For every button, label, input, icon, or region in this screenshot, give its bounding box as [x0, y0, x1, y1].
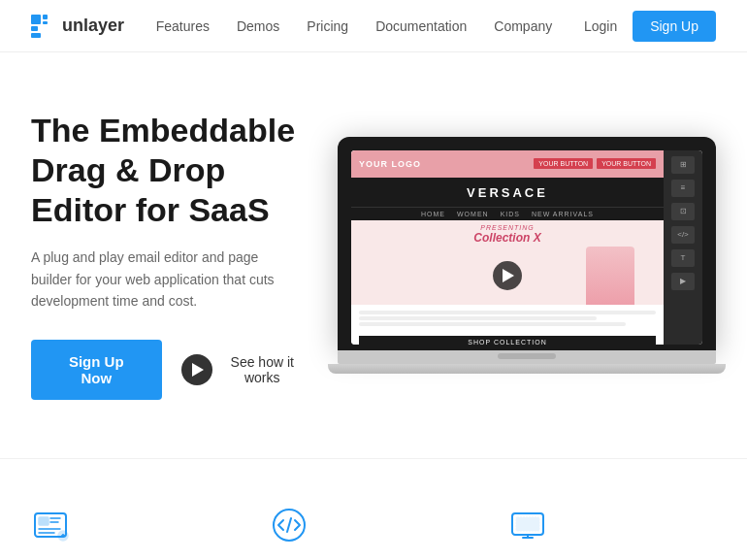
canvas-nav-new: NEW ARRIVALS — [532, 211, 594, 217]
canvas-brand-name: VERSACE — [467, 185, 548, 200]
compatible-icon — [508, 506, 716, 548]
laptop-hinge — [338, 350, 716, 364]
unlayer-logo-icon — [31, 15, 54, 38]
feature-compatible: Compatible with all clients Your content… — [508, 506, 716, 560]
canvas-nav: HOME WOMEN KIDS NEW ARRIVALS — [351, 207, 664, 220]
canvas-header: YOUR LOGO YOUR BUTTON YOUR BUTTON — [351, 150, 664, 178]
canvas-text-line-1 — [359, 311, 656, 314]
nav-pricing[interactable]: Pricing — [307, 18, 348, 34]
see-how-button[interactable]: See how it works — [181, 354, 303, 385]
brand-logo[interactable]: unlayer — [31, 15, 124, 38]
nav-links: Features Demos Pricing Documentation Com… — [156, 18, 553, 34]
toolbar-video-icon: ▶ — [671, 273, 695, 290]
canvas-play-triangle — [503, 269, 514, 282]
toolbar-image-icon: ⊡ — [671, 203, 695, 220]
canvas-nav-home: HOME — [421, 211, 445, 217]
canvas-nav-kids: KIDS — [501, 211, 520, 217]
laptop-base — [328, 364, 726, 374]
hero-subtitle: A plug and play email editor and page bu… — [31, 247, 303, 312]
developer-icon — [270, 506, 477, 548]
feature-template: Template management Templates are pre-bu… — [31, 506, 239, 560]
developer-friendly-icon — [270, 506, 309, 544]
canvas-brand: VERSACE — [351, 178, 664, 207]
canvas-text-line-3 — [359, 322, 626, 326]
canvas-presenting-text: PRESENTING — [351, 224, 664, 231]
svg-line-15 — [287, 518, 291, 532]
canvas-model-figure — [586, 247, 634, 305]
editor-mockup: YOUR LOGO YOUR BUTTON YOUR BUTTON VERSAC… — [351, 150, 702, 345]
signup-hero-button[interactable]: Sign Up Now — [31, 340, 162, 400]
canvas-header-buttons: YOUR BUTTON YOUR BUTTON — [534, 158, 656, 169]
canvas-hero-area — [351, 247, 664, 305]
canvas-nav-women: WOMEN — [457, 211, 489, 217]
feature-developer: Developer friendly It takes less than 5 … — [270, 506, 477, 560]
hero-section: The Embeddable Drag & Drop Editor for Sa… — [0, 52, 747, 458]
nav-documentation[interactable]: Documentation — [375, 18, 467, 34]
editor-canvas: YOUR LOGO YOUR BUTTON YOUR BUTTON VERSAC… — [351, 150, 664, 345]
toolbar-content-icon: ≡ — [671, 180, 695, 197]
hero-buttons: Sign Up Now See how it works — [31, 340, 303, 400]
svg-rect-0 — [31, 15, 41, 24]
toolbar-code-icon: </> — [671, 226, 695, 244]
svg-rect-20 — [516, 517, 539, 531]
nav-features[interactable]: Features — [156, 18, 210, 34]
hero-laptop-mockup: YOUR LOGO YOUR BUTTON YOUR BUTTON VERSAC… — [338, 137, 716, 374]
laptop: YOUR LOGO YOUR BUTTON YOUR BUTTON VERSAC… — [338, 137, 716, 374]
canvas-collection: Collection X — [351, 231, 664, 245]
canvas-logo: YOUR LOGO — [359, 159, 421, 169]
template-management-icon — [31, 506, 70, 544]
laptop-screen: YOUR LOGO YOUR BUTTON YOUR BUTTON VERSAC… — [338, 137, 716, 350]
toolbar-columns-icon: ⊞ — [671, 156, 695, 174]
login-button[interactable]: Login — [584, 18, 617, 34]
see-how-label: See how it works — [222, 354, 303, 385]
compatible-clients-icon — [508, 506, 547, 544]
nav-demos[interactable]: Demos — [237, 18, 279, 34]
svg-rect-4 — [31, 33, 41, 38]
hero-text-block: The Embeddable Drag & Drop Editor for Sa… — [31, 111, 303, 400]
canvas-shop-button: SHOP COLLECTION — [359, 336, 656, 345]
editor-toolbar: ⊞ ≡ ⊡ </> T ▶ — [664, 150, 702, 345]
canvas-text-line-2 — [359, 316, 597, 320]
hero-title: The Embeddable Drag & Drop Editor for Sa… — [31, 111, 303, 229]
nav-company[interactable]: Company — [494, 18, 552, 34]
brand-name: unlayer — [62, 16, 124, 36]
template-icon — [31, 506, 239, 548]
editor-interface: YOUR LOGO YOUR BUTTON YOUR BUTTON VERSAC… — [351, 150, 702, 345]
canvas-btn2: YOUR BUTTON — [597, 158, 656, 169]
svg-rect-2 — [43, 21, 48, 24]
navbar: unlayer Features Demos Pricing Documenta… — [0, 0, 747, 52]
signup-nav-button[interactable]: Sign Up — [633, 11, 716, 42]
svg-rect-3 — [31, 26, 38, 31]
canvas-btn1: YOUR BUTTON — [534, 158, 593, 169]
svg-rect-6 — [39, 517, 49, 525]
toolbar-text-icon: T — [671, 249, 695, 267]
play-icon — [181, 354, 212, 385]
canvas-play-button — [493, 261, 522, 290]
svg-rect-1 — [43, 15, 48, 19]
nav-actions: Login Sign Up — [584, 11, 716, 42]
features-section: Template management Templates are pre-bu… — [0, 458, 747, 560]
canvas-body — [351, 305, 664, 332]
play-triangle-icon — [192, 363, 204, 377]
canvas-presenting: PRESENTING Collection X — [351, 220, 664, 247]
